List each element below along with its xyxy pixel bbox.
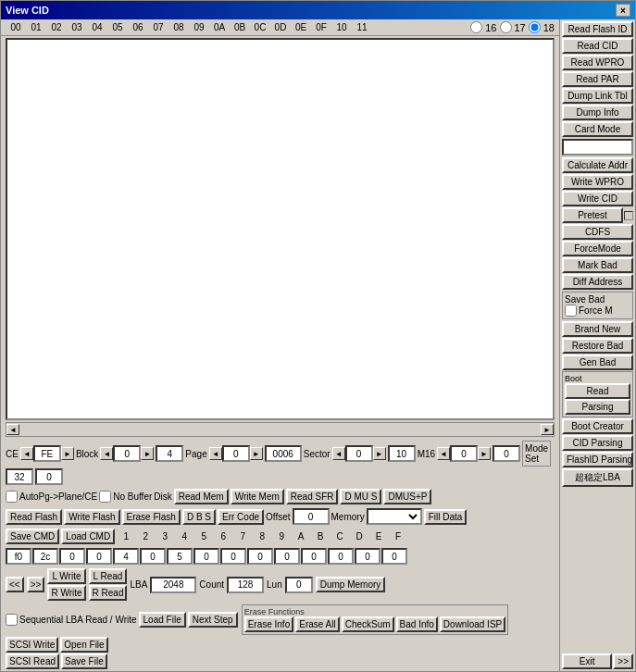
open-file-btn[interactable]: Open File <box>60 637 107 653</box>
force-m-checkbox[interactable] <box>565 305 577 317</box>
radio-18[interactable] <box>529 21 541 33</box>
page-right[interactable]: ► <box>250 447 263 460</box>
read-par-btn[interactable]: Read PAR <box>562 71 633 87</box>
num-input-5[interactable] <box>140 548 166 565</box>
load-file-btn[interactable]: Load File <box>139 612 186 628</box>
dump-link-tbl-btn[interactable]: Dump Link Tbl <box>562 88 633 104</box>
num-input-4[interactable] <box>113 548 139 565</box>
rwrite-btn[interactable]: R Write <box>47 585 85 601</box>
dmus-p-btn[interactable]: DMUS+P <box>383 489 431 504</box>
boot-parsing-btn[interactable]: Parsing <box>565 399 630 415</box>
num-input-1[interactable] <box>32 548 58 565</box>
d-b-s-btn[interactable]: D B S <box>182 509 216 525</box>
lwrite-btn[interactable]: L Write <box>47 568 85 584</box>
checksum-btn[interactable]: CheckSum <box>342 616 394 632</box>
num-input-2[interactable] <box>59 548 85 565</box>
fill-data-btn[interactable]: Fill Data <box>424 509 468 525</box>
read-wpro-btn[interactable]: Read WPRO <box>562 55 633 70</box>
nav-prev-btn[interactable]: << <box>6 577 24 592</box>
num-input-9[interactable] <box>247 548 273 565</box>
num-input-7[interactable] <box>193 548 219 565</box>
num-input-6[interactable] <box>167 548 193 565</box>
super-lba-btn[interactable]: 超稳定LBA <box>562 468 633 487</box>
num-input-11[interactable] <box>301 548 327 565</box>
boot-creator-btn[interactable]: Boot Creator <box>562 418 633 434</box>
sector-input2[interactable] <box>388 445 416 462</box>
mode-input2[interactable] <box>35 468 63 485</box>
block-input2[interactable] <box>156 445 183 462</box>
dump-info-btn[interactable]: Dump Info <box>562 105 633 120</box>
download-isp-btn[interactable]: Download ISP <box>440 616 505 632</box>
lun-input[interactable] <box>285 577 313 593</box>
ce-left[interactable]: ◄ <box>20 447 33 460</box>
calculate-addr-btn[interactable]: Calculate Addr <box>562 157 633 173</box>
read-mem-btn[interactable]: Read Mem <box>174 489 229 504</box>
sector-right[interactable]: ► <box>373 447 386 460</box>
scsi-write-btn[interactable]: SCSI Write <box>6 637 58 653</box>
rread-btn[interactable]: R Read <box>89 585 128 601</box>
mark-bad-btn[interactable]: Mark Bad <box>562 257 633 273</box>
m16-right[interactable]: ► <box>478 447 491 460</box>
num-input-12[interactable] <box>328 548 354 565</box>
d-mu-s-btn[interactable]: D MU S <box>340 489 381 504</box>
pretest-btn[interactable]: Pretest <box>562 207 623 223</box>
num-input-3[interactable] <box>86 548 112 565</box>
load-cmd-btn[interactable]: Load CMD <box>61 529 115 544</box>
scroll-right[interactable]: ► <box>541 424 554 435</box>
ce-right[interactable]: ► <box>61 447 74 460</box>
scroll-left[interactable]: ◄ <box>6 424 19 435</box>
memory-select[interactable] <box>367 508 422 525</box>
num-input-13[interactable] <box>355 548 380 565</box>
err-code-btn[interactable]: Err Code <box>218 509 264 525</box>
cid-parsing-btn[interactable]: CID Parsing <box>562 435 633 451</box>
m16-left[interactable]: ◄ <box>437 447 450 460</box>
seq-lba-checkbox[interactable] <box>6 614 18 626</box>
block-left[interactable]: ◄ <box>100 447 113 460</box>
num-input-14[interactable] <box>381 548 407 565</box>
mode-input1[interactable] <box>6 468 33 485</box>
sector-input1[interactable] <box>345 445 373 462</box>
right-text-input[interactable] <box>562 139 633 156</box>
block-input1[interactable] <box>113 445 141 462</box>
boot-read-btn[interactable]: Read <box>565 383 630 399</box>
page-input1[interactable] <box>222 445 250 462</box>
write-mem-btn[interactable]: Write Mem <box>231 489 284 504</box>
read-sfr-btn[interactable]: Read SFR <box>286 489 339 504</box>
offset-input[interactable] <box>293 508 330 525</box>
radio-17[interactable] <box>500 21 512 33</box>
m16-input1[interactable] <box>450 445 478 462</box>
cdfs-btn[interactable]: CDFS <box>562 224 633 240</box>
count-input[interactable] <box>227 577 264 593</box>
scsi-read-btn[interactable]: SCSI Read <box>6 653 59 669</box>
exit-btn[interactable]: Exit <box>562 653 612 669</box>
read-flash-id-btn[interactable]: Read Flash ID <box>562 21 633 37</box>
sector-left[interactable]: ◄ <box>332 447 345 460</box>
num-input-10[interactable] <box>274 548 300 565</box>
restore-bad-btn[interactable]: Restore Bad <box>562 338 633 354</box>
read-cid-btn[interactable]: Read CID <box>562 38 633 54</box>
erase-all-btn[interactable]: Erase All <box>295 616 339 632</box>
nobuffer-checkbox[interactable] <box>99 491 111 503</box>
close-button[interactable]: × <box>616 4 630 17</box>
page-input2[interactable] <box>265 445 302 462</box>
num-input-0[interactable] <box>6 548 31 565</box>
lba-input[interactable] <box>150 577 196 593</box>
autopg-checkbox[interactable] <box>6 491 18 503</box>
force-mode-btn[interactable]: ForceMode <box>562 241 633 256</box>
read-flash-btn[interactable]: Read Flash <box>6 509 62 525</box>
nav-next-btn[interactable]: >> <box>27 577 45 592</box>
page-left[interactable]: ◄ <box>209 447 222 460</box>
brand-new-btn[interactable]: Brand New <box>562 321 633 337</box>
dump-memory-btn[interactable]: Dump Memory <box>316 577 386 592</box>
save-cmd-btn[interactable]: Save CMD <box>6 529 59 544</box>
lread-btn[interactable]: L Read <box>89 568 128 584</box>
write-wpro-btn[interactable]: Write WPRO <box>562 174 633 190</box>
next-step-btn[interactable]: Next Step <box>188 612 238 628</box>
flashid-parsing-btn[interactable]: FlashID Parsing <box>562 452 633 467</box>
num-input-8[interactable] <box>220 548 246 565</box>
erase-info-btn[interactable]: Erase Info <box>244 616 294 632</box>
write-cid-btn[interactable]: Write CID <box>562 191 633 206</box>
block-right[interactable]: ► <box>141 447 154 460</box>
exit-arrow-btn[interactable]: >> <box>613 653 633 669</box>
ce-input[interactable] <box>33 445 61 462</box>
